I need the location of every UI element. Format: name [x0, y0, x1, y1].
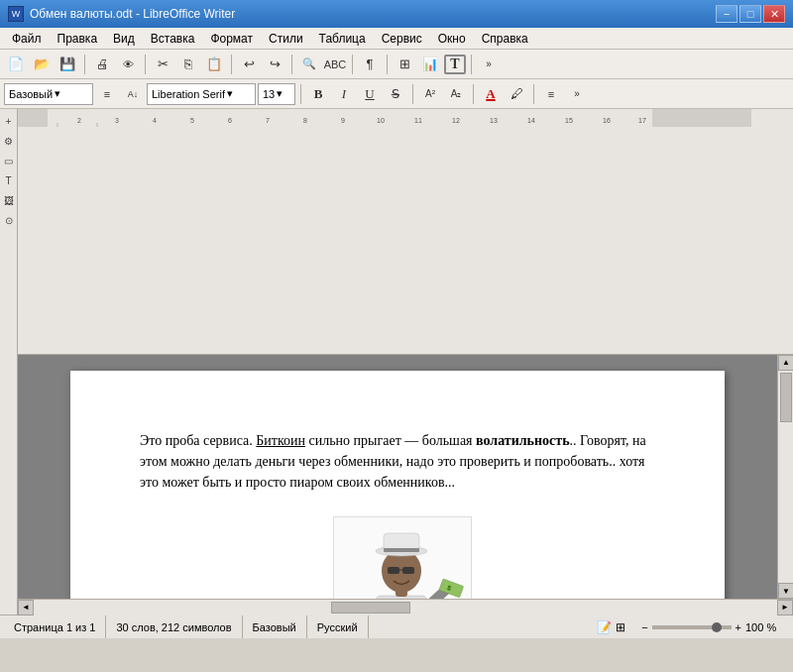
superscript-button[interactable]: A² — [418, 82, 442, 106]
minimize-button[interactable]: − — [716, 5, 737, 23]
scroll-left-button[interactable]: ◄ — [18, 600, 34, 616]
text-jump: сильно прыгает — большая — [305, 433, 476, 448]
scroll-down-button[interactable]: ▼ — [778, 583, 793, 599]
style-value: Базовый — [9, 88, 53, 100]
highlight-button[interactable]: 🖊 — [505, 82, 528, 106]
open-button[interactable]: 📂 — [30, 53, 54, 76]
separator1 — [84, 55, 85, 74]
side-tool2[interactable]: ▭ — [1, 153, 17, 168]
side-zoom-in[interactable]: + — [1, 113, 17, 129]
side-tool3[interactable]: T — [1, 172, 17, 188]
separator5 — [352, 55, 353, 74]
chart-button[interactable]: 📊 — [418, 53, 442, 76]
redo-button[interactable]: ↪ — [263, 53, 286, 76]
page-info: Страница 1 из 1 — [4, 616, 106, 638]
underline-button[interactable]: U — [358, 82, 382, 106]
svg-rect-44 — [384, 548, 419, 552]
svg-text:4: 4 — [153, 117, 157, 124]
text-intro: Это проба сервиса. — [140, 433, 256, 448]
separator7 — [471, 55, 472, 74]
menu-edit[interactable]: Правка — [50, 30, 106, 48]
menu-help[interactable]: Справка — [474, 30, 536, 48]
scroll-thumb[interactable] — [780, 373, 792, 422]
zoom-minus[interactable]: − — [641, 621, 647, 633]
svg-text:15: 15 — [565, 117, 573, 124]
sep-fmt4 — [533, 84, 534, 104]
undo-button[interactable]: ↩ — [237, 53, 261, 76]
word-count: 30 слов, 212 символов — [106, 616, 242, 638]
menu-tools[interactable]: Сервис — [374, 30, 430, 48]
find-button[interactable]: 🔍 — [297, 53, 321, 76]
style-apply-button[interactable]: A↓ — [121, 82, 145, 106]
bold-button[interactable]: B — [306, 82, 330, 106]
italic-button[interactable]: I — [332, 82, 356, 106]
font-dropdown[interactable]: Liberation Serif ▾ — [147, 83, 256, 105]
zoom-area: − + 100 % — [633, 621, 789, 633]
separator6 — [387, 55, 388, 74]
horizontal-scrollbar: ◄ ► — [18, 599, 793, 615]
svg-text:5: 5 — [190, 117, 194, 124]
hscroll-thumb[interactable] — [331, 602, 410, 614]
print-button[interactable]: 🖨 — [90, 53, 114, 76]
menu-window[interactable]: Окно — [430, 30, 474, 48]
fontcolor-button[interactable]: A — [479, 82, 503, 106]
maximize-button[interactable]: □ — [739, 5, 761, 23]
menu-insert[interactable]: Вставка — [143, 30, 203, 48]
doc-paragraph: Это проба сервиса. Биткоин сильно прыгае… — [140, 430, 665, 493]
side-tool1[interactable]: ⚙ — [1, 133, 17, 149]
menu-format[interactable]: Формат — [202, 30, 261, 48]
save-button[interactable]: 💾 — [56, 53, 79, 76]
style-dropdown[interactable]: Базовый ▾ — [4, 83, 93, 105]
svg-rect-46 — [402, 567, 414, 574]
svg-text:2: 2 — [77, 117, 81, 124]
size-value: 13 — [263, 88, 275, 100]
doc-image: $ $ — [333, 516, 472, 600]
status-icon1: 📝 — [597, 620, 612, 634]
cut-button[interactable]: ✂ — [151, 53, 174, 76]
zoom-plus[interactable]: + — [736, 621, 741, 633]
menu-view[interactable]: Вид — [105, 30, 143, 48]
size-dropdown[interactable]: 13 ▾ — [258, 83, 295, 105]
spellcheck-button[interactable]: ABC — [323, 53, 347, 76]
menu-file[interactable]: Файл — [4, 30, 50, 48]
table-button[interactable]: ⊞ — [393, 53, 416, 76]
titlebar-left: W Обмен валюты.odt - LibreOffice Writer — [8, 6, 235, 22]
svg-rect-21 — [652, 109, 751, 127]
svg-text:13: 13 — [490, 117, 498, 124]
side-tool4[interactable]: 🖼 — [1, 192, 17, 208]
side-tool5[interactable]: ⊙ — [1, 212, 17, 228]
sep-fmt2 — [412, 84, 413, 104]
svg-text:17: 17 — [638, 117, 646, 124]
new-button[interactable]: 📄 — [4, 53, 28, 76]
more-button[interactable]: » — [477, 53, 501, 76]
paste-button[interactable]: 📋 — [202, 53, 226, 76]
scroll-right-button[interactable]: ► — [777, 600, 793, 616]
preview-button[interactable]: 👁 — [116, 53, 140, 76]
subscript-button[interactable]: A₂ — [444, 82, 468, 106]
zoom-slider-thumb[interactable] — [712, 622, 722, 632]
text-volatility: волатильность — [476, 433, 570, 448]
document-area[interactable]: Это проба сервиса. Биткоин сильно прыгае… — [18, 355, 777, 600]
scroll-track[interactable] — [778, 371, 793, 584]
strikethrough-button[interactable]: S̶ — [384, 82, 407, 106]
copy-button[interactable]: ⎘ — [176, 53, 200, 76]
svg-rect-45 — [388, 567, 399, 574]
menu-styles[interactable]: Стили — [261, 30, 311, 48]
svg-text:9: 9 — [341, 117, 345, 124]
menu-table[interactable]: Таблица — [311, 30, 374, 48]
textbox-button[interactable]: T — [444, 55, 466, 74]
sep-fmt3 — [473, 84, 474, 104]
align-button[interactable]: ≡ — [539, 82, 563, 106]
person-figure: $ $ — [338, 521, 467, 600]
more2-button[interactable]: » — [565, 82, 589, 106]
hscroll-track[interactable] — [34, 600, 777, 616]
insertfield-button[interactable]: ¶ — [358, 53, 382, 76]
document-page: Это проба сервиса. Биткоин сильно прыгае… — [70, 371, 725, 600]
close-button[interactable]: ✕ — [763, 5, 785, 23]
scroll-up-button[interactable]: ▲ — [778, 355, 793, 371]
style-list-button[interactable]: ≡ — [95, 82, 119, 106]
titlebar-title: Обмен валюты.odt - LibreOffice Writer — [30, 7, 235, 21]
content-area: | 1 2 3 4 5 6 7 8 9 10 11 12 13 14 15 16… — [18, 109, 793, 615]
zoom-slider-track[interactable] — [652, 625, 732, 629]
style-arrow: ▾ — [55, 87, 60, 100]
